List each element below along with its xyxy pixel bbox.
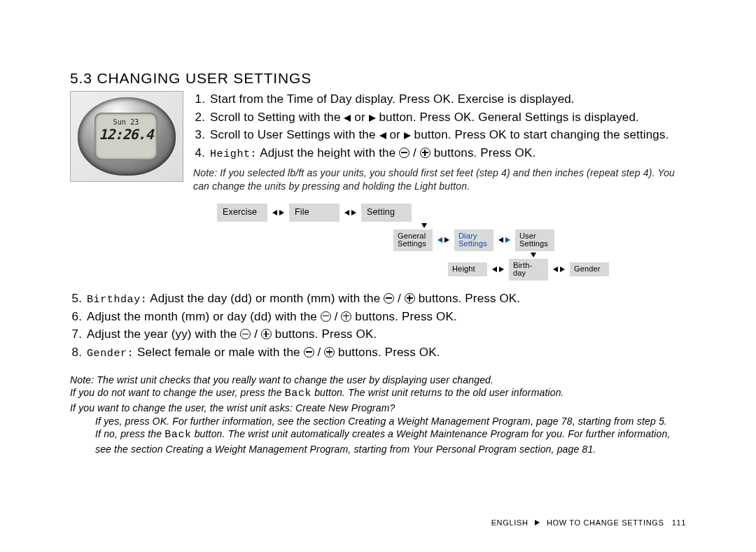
note-line-4: If yes, press OK. For further informatio… bbox=[95, 415, 686, 428]
step-3: Scroll to User Settings with the or butt… bbox=[209, 127, 686, 144]
left-arrow-icon bbox=[553, 267, 558, 272]
page-footer: ENGLISH HOW TO CHANGE SETTINGS 111 bbox=[491, 518, 686, 527]
watch-face: Sun 23 12:26.4 bbox=[94, 113, 158, 160]
minus-icon bbox=[304, 347, 314, 358]
page-number: 111 bbox=[672, 518, 686, 527]
note-line-2: If you do not want to change the user, p… bbox=[70, 386, 686, 401]
down-arrow-icon bbox=[421, 223, 427, 228]
step-2: Scroll to Setting with the or button. Pr… bbox=[209, 109, 686, 127]
gender-label: Gender: bbox=[87, 348, 134, 360]
left-arrow-icon bbox=[344, 115, 351, 122]
menu-setting: Setting bbox=[361, 204, 412, 221]
menu-diary-settings: Diary Settings bbox=[454, 229, 493, 251]
step-8: Gender: Select female or male with the /… bbox=[85, 344, 686, 362]
note-units: Note: If you selected lb/ft as your unit… bbox=[193, 167, 686, 193]
minus-icon bbox=[399, 148, 410, 158]
right-arrow-icon bbox=[351, 210, 356, 215]
menu-height: Height bbox=[448, 262, 487, 276]
right-arrow-icon bbox=[444, 237, 449, 243]
plus-icon bbox=[261, 329, 272, 339]
menu-user-settings: User Settings bbox=[515, 229, 554, 251]
right-arrow-icon bbox=[279, 210, 284, 215]
minus-icon bbox=[321, 311, 331, 322]
left-arrow-icon bbox=[438, 237, 442, 243]
menu-birthday: Birth- day bbox=[509, 259, 548, 281]
menu-diagram: Exercise File Setting General Settings D… bbox=[217, 204, 686, 280]
steps-1-4: Start from the Time of Day display. Pres… bbox=[193, 91, 686, 162]
left-arrow-icon bbox=[379, 132, 386, 139]
down-arrow-icon bbox=[531, 253, 536, 257]
watch-date: Sun 23 bbox=[94, 118, 158, 126]
step-4: Height: Adjust the height with the / but… bbox=[209, 145, 686, 162]
watch-time: 12:26.4 bbox=[94, 126, 158, 143]
plus-icon bbox=[324, 347, 335, 358]
left-arrow-icon bbox=[492, 267, 497, 272]
minus-icon bbox=[240, 329, 251, 339]
step-1: Start from the Time of Day display. Pres… bbox=[209, 91, 686, 108]
left-arrow-icon bbox=[498, 237, 503, 243]
right-arrow-icon bbox=[560, 267, 565, 272]
plus-icon bbox=[341, 311, 351, 322]
menu-row-3: Height Birth- day Gender bbox=[448, 259, 686, 281]
watch-illustration: Sun 23 12:26.4 bbox=[70, 91, 183, 182]
minus-icon bbox=[384, 293, 394, 304]
step-6: Adjust the month (mm) or day (dd) with t… bbox=[85, 309, 686, 326]
menu-gender: Gender bbox=[570, 262, 609, 276]
note-line-5: If no, press the Back button. The wrist … bbox=[95, 427, 686, 455]
right-arrow-icon bbox=[535, 520, 540, 525]
note-line-1: Note: The wrist unit checks that you rea… bbox=[70, 374, 686, 387]
right-arrow-icon bbox=[505, 237, 510, 243]
left-arrow-icon bbox=[344, 210, 349, 215]
manual-page: 5.3 CHANGING USER SETTINGS Sun 23 12:26.… bbox=[0, 0, 756, 484]
right-arrow-icon bbox=[369, 115, 376, 122]
menu-general-settings: General Settings bbox=[393, 229, 433, 251]
left-arrow-icon bbox=[272, 210, 277, 215]
note-line-3: If you want to change the user, the wris… bbox=[70, 402, 686, 415]
height-label: Height: bbox=[210, 148, 257, 160]
footer-section: HOW TO CHANGE SETTINGS bbox=[547, 518, 664, 527]
menu-row-1: Exercise File Setting bbox=[217, 204, 686, 221]
right-arrow-icon bbox=[499, 267, 504, 272]
menu-row-2: General Settings Diary Settings User Set… bbox=[393, 229, 686, 251]
footer-lang: ENGLISH bbox=[491, 518, 528, 527]
step-7: Adjust the year (yy) with the / buttons.… bbox=[85, 326, 686, 344]
plus-icon bbox=[405, 293, 415, 304]
plus-icon bbox=[420, 148, 430, 158]
step-5: Birthday: Adjust the day (dd) or month (… bbox=[85, 290, 686, 308]
right-arrow-icon bbox=[404, 132, 411, 139]
steps-5-8: Birthday: Adjust the day (dd) or month (… bbox=[70, 290, 686, 362]
menu-file: File bbox=[289, 204, 340, 221]
section-heading: 5.3 CHANGING USER SETTINGS bbox=[70, 70, 686, 87]
menu-exercise: Exercise bbox=[217, 204, 267, 221]
top-block: Sun 23 12:26.4 Start from the Time of Da… bbox=[70, 91, 686, 199]
notes-block: Note: The wrist unit checks that you rea… bbox=[70, 374, 686, 456]
birthday-label: Birthday: bbox=[87, 294, 147, 306]
